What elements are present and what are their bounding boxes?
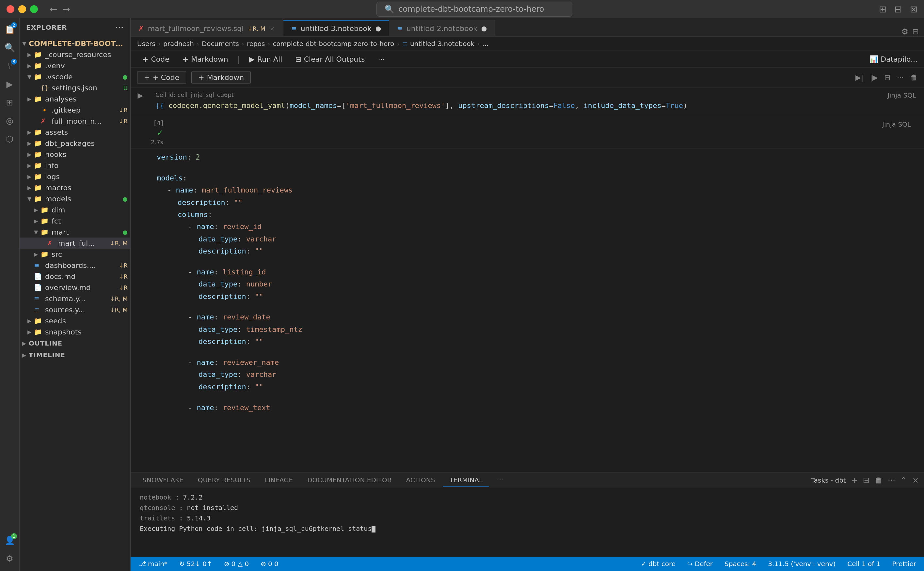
panel-tab-lineage[interactable]: LINEAGE	[258, 474, 299, 487]
sidebar-item-hooks[interactable]: ▶ 📁 hooks	[20, 149, 130, 160]
sidebar-item-gitkeep[interactable]: 🔸 .gitkeep ↓R	[20, 104, 130, 116]
activity-scm[interactable]: ⑂ 8	[1, 57, 18, 74]
sidebar-item-dbt-packages[interactable]: ▶ 📁 dbt_packages	[20, 138, 130, 149]
activity-run[interactable]: ▶	[1, 76, 18, 93]
status-sync[interactable]: ↻ 52↓ 0↑	[176, 557, 215, 571]
run-prev-icon[interactable]: ▶|	[856, 73, 863, 82]
tab-untitled-3[interactable]: ≡ untitled-3.notebook ●	[283, 20, 389, 36]
close-panel-icon[interactable]: ×	[912, 476, 919, 485]
more-icon[interactable]: ···	[888, 476, 895, 485]
panel-tab-actions[interactable]: ACTIONS	[399, 474, 442, 487]
panel-tab-more[interactable]: ···	[491, 474, 510, 487]
sidebar-item-analyses[interactable]: ▶ 📁 analyses	[20, 93, 130, 104]
layout-panel-icon[interactable]: ⊟	[894, 4, 902, 15]
back-icon[interactable]: ←	[50, 4, 57, 15]
sidebar-item-logs[interactable]: ▶ 📁 logs	[20, 171, 130, 182]
inline-add-markdown[interactable]: + Markdown	[191, 71, 251, 84]
tab-mart-fullmoon[interactable]: ✗ mart_fullmoon_reviews.sql ↓R, M ×	[131, 20, 283, 36]
bc-project[interactable]: complete-dbt-bootcamp-zero-to-hero	[272, 40, 394, 48]
add-markdown-button[interactable]: + Markdown	[177, 53, 234, 65]
activity-dbt[interactable]: ⬡	[1, 131, 18, 148]
activity-remote[interactable]: ◎	[1, 112, 18, 129]
sidebar-item-overview-md[interactable]: 📄 overview.md ↓R	[20, 282, 130, 293]
timeline-section[interactable]: ▶ TIMELINE	[20, 349, 130, 361]
layout-full-icon[interactable]: ⊠	[910, 4, 918, 15]
status-prettier[interactable]: Prettier	[889, 557, 919, 571]
clear-outputs-button[interactable]: ⊟ Clear All Outputs	[290, 53, 370, 65]
activity-search[interactable]: 🔍	[1, 39, 18, 56]
sidebar-item-info[interactable]: ▶ 📁 info	[20, 160, 130, 171]
layout-sidebar-icon[interactable]: ⊞	[879, 4, 887, 15]
run-btn[interactable]: ▶	[131, 88, 150, 100]
sidebar-item-mart-fullmoon[interactable]: ✗ mart_ful... ↓R, M	[20, 238, 130, 248]
bc-more[interactable]: ...	[482, 40, 488, 48]
panel-tab-documentation[interactable]: DOCUMENTATION EDITOR	[301, 474, 398, 487]
activity-settings[interactable]: ⚙	[1, 550, 18, 567]
status-cell-count[interactable]: Cell 1 of 1	[845, 557, 883, 571]
close-button[interactable]	[6, 5, 14, 13]
run-cell-icon[interactable]: ▶	[138, 91, 143, 100]
minimize-button[interactable]	[18, 5, 26, 13]
sidebar-item-macros[interactable]: ▶ 📁 macros	[20, 182, 130, 193]
bc-notebook[interactable]: untitled-3.notebook	[410, 40, 474, 48]
status-branch[interactable]: ⎇ main*	[136, 557, 170, 571]
sidebar-item-src[interactable]: ▶ 📁 src	[20, 248, 130, 260]
sidebar-item-vscode[interactable]: ▼ 📁 .vscode ●	[20, 71, 130, 82]
tab-untitled-2[interactable]: ≡ untitled-2.notebook ●	[389, 20, 495, 36]
sidebar-item-models[interactable]: ▼ 📁 models ●	[20, 193, 130, 204]
sidebar-item-mart[interactable]: ▼ 📁 mart ●	[20, 227, 130, 238]
delete-icon[interactable]: 🗑	[910, 73, 918, 82]
sidebar-item-snapshots[interactable]: ▶ 📁 snapshots	[20, 326, 130, 337]
sidebar-item-dashboards[interactable]: ≡ dashboards.... ↓R	[20, 260, 130, 271]
settings-icon[interactable]: ⚙	[901, 27, 909, 36]
maximize-button[interactable]	[30, 5, 38, 13]
sidebar-item-venv[interactable]: ▶ 📁 .venv	[20, 60, 130, 71]
sidebar-item-dim[interactable]: ▶ 📁 dim	[20, 204, 130, 215]
sidebar-item-sources-yaml[interactable]: ≡ sources.y... ↓R, M	[20, 304, 130, 315]
sidebar-item-fullmoon[interactable]: ✗ full_moon_n... ↓R	[20, 116, 130, 127]
activity-user[interactable]: 👤 1	[1, 532, 18, 549]
bc-repos[interactable]: repos	[247, 40, 265, 48]
status-errors[interactable]: ⊘ 0 △ 0	[221, 557, 251, 571]
sidebar-more-icon[interactable]: ···	[115, 23, 124, 31]
activity-explorer[interactable]: 📋 2	[1, 21, 18, 38]
more-icon[interactable]: ···	[897, 73, 904, 82]
expand-icon[interactable]: ⌃	[901, 476, 907, 485]
forward-icon[interactable]: →	[62, 4, 70, 15]
bc-users[interactable]: Users	[137, 40, 155, 48]
add-code-button[interactable]: + Code	[137, 53, 175, 65]
global-search[interactable]: 🔍 complete-dbt-bootcamp-zero-to-hero	[376, 2, 573, 17]
collapse-icon[interactable]: ⊟	[884, 73, 890, 82]
bc-pradnesh[interactable]: pradnesh	[163, 40, 194, 48]
sidebar-item-settings-json[interactable]: {} settings.json U	[20, 82, 130, 93]
status-python[interactable]: 3.11.5 ('venv': venv)	[765, 557, 838, 571]
sidebar-item-assets[interactable]: ▶ 📁 assets	[20, 127, 130, 138]
sidebar-item-seeds[interactable]: ▶ 📁 seeds	[20, 315, 130, 326]
run-next-icon[interactable]: |▶	[870, 73, 878, 82]
status-defer[interactable]: ↪ Defer	[685, 557, 715, 571]
outline-section[interactable]: ▶ OUTLINE	[20, 337, 130, 349]
panel-tab-terminal[interactable]: TERMINAL	[443, 474, 489, 487]
root-folder[interactable]: ▼ COMPLETE-DBT-BOOTC...	[20, 38, 130, 49]
run-all-button[interactable]: ▶ Run All	[244, 53, 287, 65]
more-options-button[interactable]: ···	[373, 53, 390, 65]
tab-close[interactable]: ×	[269, 25, 275, 31]
split-editor-icon[interactable]: ⊟	[912, 27, 919, 36]
panel-tab-query-results[interactable]: QUERY RESULTS	[191, 474, 257, 487]
sidebar-item-docs-md[interactable]: 📄 docs.md ↓R	[20, 271, 130, 282]
add-terminal-icon[interactable]: +	[851, 476, 858, 485]
status-warnings[interactable]: ⊘ 0 0	[258, 557, 281, 571]
sidebar-item-course-resources[interactable]: ▶ 📁 _course_resources	[20, 49, 130, 60]
sidebar-item-schema-yaml[interactable]: ≡ schema.y... ↓R, M	[20, 293, 130, 304]
inline-add-code[interactable]: + + Code	[137, 71, 186, 84]
split-terminal-icon[interactable]: ⊟	[863, 476, 870, 485]
bc-documents[interactable]: Documents	[202, 40, 239, 48]
sidebar-item-fct[interactable]: ▶ 📁 fct	[20, 215, 130, 227]
activity-extensions[interactable]: ⊞	[1, 94, 18, 111]
trash-icon[interactable]: 🗑	[875, 476, 882, 485]
cell-code[interactable]: {{ codegen.generate_model_yaml(model_nam…	[155, 100, 882, 111]
status-spaces[interactable]: Spaces: 4	[722, 557, 759, 571]
panel-tab-snowflake[interactable]: SNOWFLAKE	[136, 474, 190, 487]
status-dbt-core[interactable]: ✓ dbt core	[638, 557, 678, 571]
activity-bar: 📋 2 🔍 ⑂ 8 ▶ ⊞ ◎ ⬡ 👤 1 ⚙	[0, 18, 20, 571]
